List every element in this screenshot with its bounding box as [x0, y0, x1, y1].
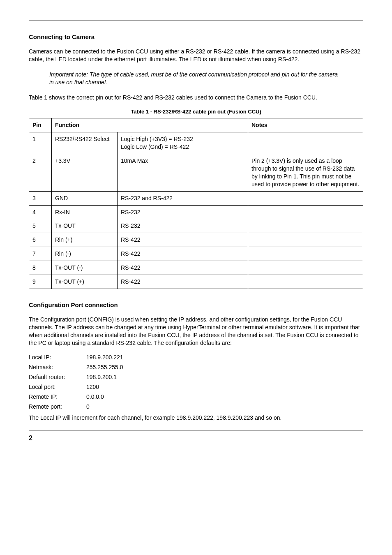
cell-notes: [248, 275, 363, 289]
cell-function-name: +3.3V: [52, 154, 118, 192]
cell-pin: 3: [29, 191, 52, 205]
table-row: 4Rx-INRS-232: [29, 205, 363, 219]
default-label: Remote port:: [29, 403, 86, 410]
default-value: 1200: [86, 384, 363, 390]
cell-function-desc: RS-422: [118, 275, 248, 289]
default-label: Netmask:: [29, 364, 86, 370]
cell-notes: [248, 247, 363, 261]
table-row: 9Tx-OUT (+)RS-422: [29, 275, 363, 289]
table-caption: Table 1 - RS-232/RS-422 cable pin out (F…: [29, 109, 363, 115]
cell-pin: 6: [29, 233, 52, 247]
th-pin: Pin: [29, 118, 52, 132]
section1-note: Important note: The type of cable used, …: [29, 71, 363, 86]
cell-pin: 7: [29, 247, 52, 261]
section2-para1: The Configuration port (CONFIG) is used …: [29, 316, 363, 347]
cell-function-desc: RS-422: [118, 247, 248, 261]
cell-pin: 1: [29, 132, 52, 154]
cell-notes: [248, 233, 363, 247]
table-row: 2+3.3V10mA MaxPin 2 (+3.3V) is only used…: [29, 154, 363, 192]
cell-function-desc: RS-422: [118, 261, 248, 275]
default-value: 0.0.0.0: [86, 393, 363, 400]
cell-function-name: Tx-OUT (+): [52, 275, 118, 289]
cell-function-desc: RS-232: [118, 219, 248, 233]
table-row: 5Tx-OUTRS-232: [29, 219, 363, 233]
default-label: Default router:: [29, 374, 86, 380]
section2-heading: Configuration Port connection: [29, 301, 363, 308]
default-value: 198.9.200.1: [86, 374, 363, 380]
section1-heading: Connecting to Camera: [29, 33, 363, 40]
section1-para2: Table 1 shows the correct pin out for RS…: [29, 94, 363, 102]
table-row: 1RS232/RS422 SelectLogic High (+3V3) = R…: [29, 132, 363, 154]
top-rule: [29, 21, 363, 21]
cell-function-desc: RS-232: [118, 205, 248, 219]
th-function: Function: [52, 118, 248, 132]
cell-pin: 2: [29, 154, 52, 192]
cell-pin: 4: [29, 205, 52, 219]
cell-notes: [248, 205, 363, 219]
cell-function-name: Rin (+): [52, 233, 118, 247]
bottom-rule: [29, 430, 363, 430]
table-row: 7Rin (-)RS-422: [29, 247, 363, 261]
cell-function-name: GND: [52, 191, 118, 205]
cell-function-name: RS232/RS422 Select: [52, 132, 118, 154]
cell-function-desc: 10mA Max: [118, 154, 248, 192]
cell-notes: [248, 132, 363, 154]
cell-function-desc: RS-232 and RS-422: [118, 191, 248, 205]
default-label: Remote IP:: [29, 393, 86, 400]
cell-notes: [248, 191, 363, 205]
th-notes: Notes: [248, 118, 363, 132]
default-value: 0: [86, 403, 363, 410]
pinout-table: Pin Function Notes 1RS232/RS422 SelectLo…: [29, 118, 363, 289]
page-container: Connecting to Camera Cameras can be conn…: [0, 0, 392, 454]
cell-pin: 9: [29, 275, 52, 289]
cell-function-name: Tx-OUT: [52, 219, 118, 233]
cell-pin: 8: [29, 261, 52, 275]
cell-function-desc: Logic High (+3V3) = RS-232 Logic Low (Gn…: [118, 132, 248, 154]
default-value: 198.9.200.221: [86, 354, 363, 361]
cell-function-name: Rx-IN: [52, 205, 118, 219]
default-label: Local IP:: [29, 354, 86, 361]
cell-function-desc: RS-422: [118, 233, 248, 247]
cell-notes: Pin 2 (+3.3V) is only used as a loop thr…: [248, 154, 363, 192]
table-header-row: Pin Function Notes: [29, 118, 363, 132]
default-label: Local port:: [29, 384, 86, 390]
cell-notes: [248, 219, 363, 233]
defaults-grid: Local IP:198.9.200.221Netmask:255.255.25…: [29, 354, 363, 410]
table-row: 8Tx-OUT (-)RS-422: [29, 261, 363, 275]
cell-function-name: Tx-OUT (-): [52, 261, 118, 275]
page-number: 2: [29, 435, 363, 442]
cell-pin: 5: [29, 219, 52, 233]
cell-notes: [248, 261, 363, 275]
table-row: 3GNDRS-232 and RS-422: [29, 191, 363, 205]
cell-function-name: Rin (-): [52, 247, 118, 261]
section1-para1: Cameras can be connected to the Fusion C…: [29, 48, 363, 63]
default-value: 255.255.255.0: [86, 364, 363, 370]
table-row: 6Rin (+)RS-422: [29, 233, 363, 247]
section2-para2: The Local IP will increment for each cha…: [29, 414, 363, 422]
